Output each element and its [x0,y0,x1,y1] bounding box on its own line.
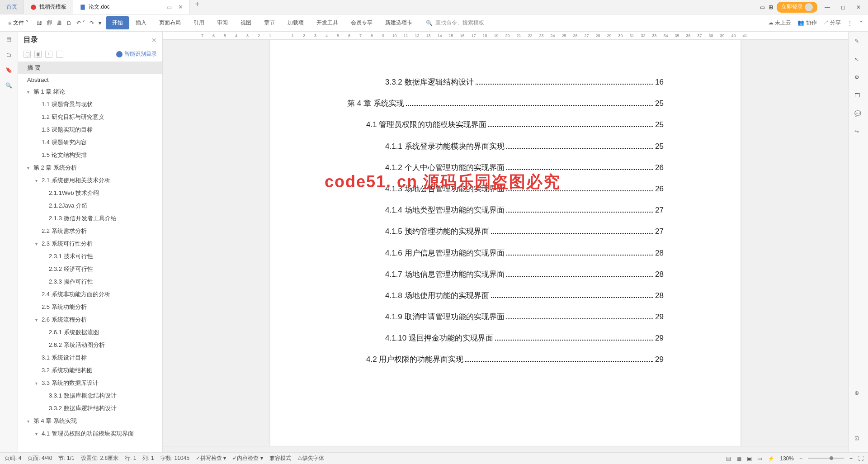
search-icon[interactable]: 🔍 [5,82,12,89]
dropdown-icon[interactable]: ▾ [99,20,101,26]
status-words[interactable]: 字数: 11045 [160,455,189,462]
view-mode-1[interactable]: ▤ [726,455,731,462]
toc-item[interactable]: 2.5 系统功能分析 [18,301,162,313]
printer-icon[interactable]: 🖶 [57,20,62,26]
undo-icon[interactable]: ↶ ˅ [76,20,85,26]
ribbon-layout[interactable]: 页面布局 [153,16,187,29]
toc-item[interactable]: 2.6.1 系统数据流图 [18,326,162,339]
smart-toc-button[interactable]: 智能识别目录 [116,50,157,58]
ribbon-review[interactable]: 审阅 [211,16,234,29]
minimize-button[interactable]: — [821,2,834,12]
command-search[interactable]: 🔍 查找命令、搜索模板 [426,19,484,27]
toc-item[interactable]: 2.1.3 微信开发者工具介绍 [18,212,162,225]
save-icon[interactable]: 🖫 [37,20,42,26]
view-mode-2[interactable]: ▦ [736,455,741,462]
toc-item[interactable]: 1.5 论文结构安排 [18,149,162,161]
toc-item[interactable]: ▾4.1 管理员权限的功能模块实现界面 [18,427,162,440]
status-page[interactable]: 页面: 4/40 [28,455,52,462]
toc-item[interactable]: ▾2.6 系统流程分析 [18,313,162,326]
toc-item[interactable]: 3.1 系统设计目标 [18,351,162,364]
login-button[interactable]: 立即登录 [777,2,817,13]
toc-item[interactable]: 1.4 课题研究内容 [18,136,162,149]
tool-expand[interactable]: + [45,51,52,58]
page-scroll[interactable]: code51. cn 源码乐园盗图必究 3.3.2 数据库逻辑结构设计16第 4… [163,40,848,446]
zoom-in[interactable]: + [849,455,853,462]
outline-close-icon[interactable]: ✕ [151,37,157,44]
status-contentcheck[interactable]: ✓内容检查 ▾ [232,455,263,462]
ribbon-dev[interactable]: 开发工具 [310,16,344,29]
ribbon-insert[interactable]: 插入 [129,16,153,29]
view-mode-3[interactable]: ▣ [747,455,752,462]
preview-icon[interactable]: 🗋 [66,20,72,26]
cursor-icon[interactable]: ↖ [854,56,863,64]
toc-item[interactable]: Abstract [18,74,162,85]
toc-item[interactable]: ▾2.1 系统使用相关技术分析 [18,174,162,187]
toc-item[interactable]: 1.2 研究目标与研究意义 [18,111,162,123]
collapse-icon[interactable]: ⌃ [859,20,863,26]
toc-item[interactable]: ▾2.3 系统可行性分析 [18,237,162,250]
toc-item[interactable]: 2.2 系统需求分析 [18,225,162,237]
toc-item[interactable]: 2.3.2 经济可行性 [18,263,162,275]
close-button[interactable]: ✕ [853,2,864,12]
outline-icon[interactable]: ▤ [6,36,11,43]
bookmark-icon[interactable]: 🔖 [5,67,12,73]
view-mode-4[interactable]: ▭ [757,455,762,462]
toc-item[interactable]: 2.1.1Web 技术介绍 [18,187,162,199]
share-button[interactable]: ↗ 分享 [823,19,841,27]
folder-icon[interactable]: 🗀 [6,52,12,58]
ribbon-view[interactable]: 视图 [234,16,258,29]
file-menu[interactable]: ≡ 文件 ˅ [5,17,32,28]
status-missing-font[interactable]: ⚠缺失字体 [297,455,324,462]
tool-collapse[interactable]: − [56,51,63,58]
toc-item[interactable]: 3.3.2 数据库逻辑结构设计 [18,402,162,415]
toc-item[interactable]: 2.3.3 操作可行性 [18,275,162,288]
tool-2[interactable]: ▣ [34,51,42,58]
toc-item[interactable]: ▾第 4 章 系统实现 [18,415,162,427]
fullscreen-icon[interactable]: ⛶ [858,455,863,462]
toc-item[interactable]: 2.3.1 技术可行性 [18,250,162,263]
add-tab-button[interactable]: + [190,0,205,14]
toc-item[interactable]: 3.2 系统功能结构图 [18,364,162,377]
tool-a-icon[interactable]: ⊕ [854,390,863,398]
zoom-slider[interactable] [808,458,844,459]
zoom-level[interactable]: 130% [780,455,794,462]
toc-item[interactable]: ▾3.3 系统的数据库设计 [18,377,162,389]
feedback-icon[interactable]: 💬 [854,110,863,118]
ribbon-vip[interactable]: 会员专享 [344,16,379,29]
ribbon-ref[interactable]: 引用 [187,16,211,29]
ribbon-start[interactable]: 开始 [106,16,129,29]
collab-button[interactable]: 👥 协作 [797,19,816,27]
ribbon-chapter[interactable]: 章节 [258,16,281,29]
toc-item[interactable]: 摘 要 [18,62,162,74]
format-icon[interactable]: 🗔 [854,92,863,100]
view-mode-5[interactable]: ⚡ [768,455,774,462]
tab-home[interactable]: 首页 [0,0,24,14]
settings-icon[interactable]: ⚙ [854,74,863,82]
tab-document[interactable]: 论文.doc▭✕ [73,0,190,14]
tool-1[interactable]: ▢ [24,51,31,58]
apps-icon[interactable]: ⊞ [769,4,773,10]
toc-item[interactable]: 2.4 系统非功能方面的分析 [18,288,162,301]
toc-item[interactable]: 2.6.2 系统活动图分析 [18,339,162,351]
maximize-button[interactable]: ◻ [837,2,849,12]
toc-item[interactable]: ▾第 1 章 绪论 [18,85,162,98]
close-icon[interactable]: ✕ [178,4,183,10]
tool-b-icon[interactable]: ⊡ [854,435,863,443]
print-icon[interactable]: 🗐 [47,20,52,26]
horizontal-scrollbar[interactable] [163,446,848,452]
status-pageno[interactable]: 页码: 4 [5,455,21,462]
ribbon-plugin[interactable]: 加载项 [281,16,310,29]
tab-templates[interactable]: 找稻壳模板 [24,0,73,14]
redo-icon[interactable]: ↷ [90,20,94,26]
zoom-out[interactable]: − [799,455,802,462]
exit-icon[interactable]: ↪ [854,128,863,137]
toc-item[interactable]: 2.1.2Java 介绍 [18,199,162,212]
tab-window-icon[interactable]: ▭ [167,4,172,10]
more-icon[interactable]: ⋮ [847,20,853,26]
edit-icon[interactable]: ✎ [854,38,863,46]
ribbon-newtab[interactable]: 新建选项卡 [379,16,419,29]
toc-item[interactable]: 1.1 课题背景与现状 [18,98,162,111]
toc-item[interactable]: 3.3.1 数据库概念结构设计 [18,389,162,402]
toc-item[interactable]: 1.3 课题实现的目标 [18,123,162,136]
grid-icon[interactable]: ▭ [760,4,765,10]
